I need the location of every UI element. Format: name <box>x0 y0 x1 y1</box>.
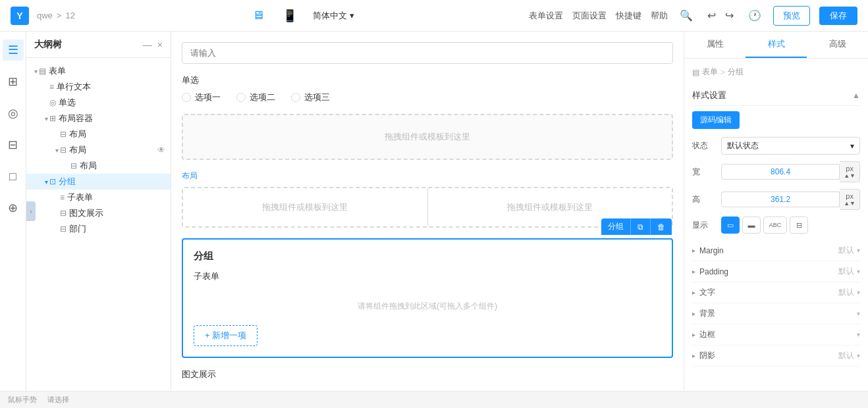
text-input[interactable] <box>182 42 673 64</box>
lang-label: 简体中文 <box>313 10 347 22</box>
breadcrumb-group[interactable]: 分组 <box>728 66 744 78</box>
text-label: 文字 <box>699 287 838 298</box>
tab-advanced[interactable]: 高级 <box>807 32 868 58</box>
tree-expand-bujurong[interactable]: ▾ <box>45 115 48 122</box>
sidebar-global-btn[interactable]: ⊕ <box>3 197 24 218</box>
device-desktop-btn[interactable]: 🖥 <box>250 6 267 25</box>
display-opt-inline[interactable]: ▬ <box>742 217 761 234</box>
padding-row[interactable]: ▸ Padding 默认 ▾ <box>692 261 860 282</box>
breadcrumb-qwe[interactable]: qwe <box>37 11 53 20</box>
add-row-btn[interactable]: + 新增一项 <box>194 325 258 346</box>
group-toolbar: 分组 ⧉ 🗑 <box>601 218 672 235</box>
right-panel: 属性 样式 高级 ▤ 表单 > 分组 样式设置 ▲ 源码编辑 状态 <box>684 32 868 391</box>
group-tb-delete-btn[interactable]: 🗑 <box>651 218 672 235</box>
help-link[interactable]: 帮助 <box>651 10 668 22</box>
style-section-toggle[interactable]: ▲ <box>852 91 860 100</box>
text-dropdown-icon[interactable]: ▾ <box>857 289 860 296</box>
tree-item-fenzhu[interactable]: ▾ ⊡ 分组 <box>26 174 171 190</box>
radio-icon: ◎ <box>49 98 56 107</box>
canvas-area[interactable]: 单选 选项一 选项二 选项三 <box>171 32 684 391</box>
form-settings-link[interactable]: 表单设置 <box>529 10 563 22</box>
display-opt-flex[interactable]: ⊟ <box>790 217 808 234</box>
breadcrumb-12[interactable]: 12 <box>65 11 74 20</box>
group-tb-copy-btn[interactable]: ⧉ <box>631 218 651 235</box>
outline-minimize-btn[interactable]: — <box>143 39 152 50</box>
shadow-dropdown-icon[interactable]: ▾ <box>857 352 860 359</box>
tree-item-bujurong[interactable]: ▾ ⊞ 布局容器 <box>26 111 171 126</box>
padding-dropdown-icon[interactable]: ▾ <box>857 268 860 275</box>
radio-circle-2 <box>236 93 246 102</box>
tree-item-tuwenzhanshi[interactable]: ▸ ⊟ 图文展示 <box>26 205 171 221</box>
page-settings-link[interactable]: 页面设置 <box>572 10 607 22</box>
margin-expand-icon: ▸ <box>692 247 695 254</box>
status-row: 状态 默认状态 ▾ <box>692 137 860 155</box>
tab-style[interactable]: 样式 <box>746 32 807 58</box>
sidebar-page-btn[interactable]: □ <box>3 166 24 187</box>
sidebar-component-btn[interactable]: ◎ <box>3 103 24 124</box>
sidebar-outline-btn[interactable]: ☰ <box>3 39 24 61</box>
tree-label-danxuan: 单选 <box>59 97 76 109</box>
bg-dropdown-icon[interactable]: ▾ <box>857 310 860 317</box>
tree-item-hanghewenben[interactable]: ▸ ≡ 单行文本 <box>26 79 171 95</box>
group-container[interactable]: 分组 ⧉ 🗑 分组 子表单 请将组件拖拽到此区域(可拖入多个组件) + 新增一项 <box>182 238 673 358</box>
eye-icon[interactable]: 👁 <box>157 145 165 155</box>
lang-switcher[interactable]: 简体中文 ▾ <box>313 10 354 22</box>
text-expand-icon: ▸ <box>692 289 695 296</box>
preview-btn[interactable]: 预览 <box>773 6 810 26</box>
width-input[interactable] <box>721 164 840 180</box>
display-opt-block[interactable]: ▭ <box>721 217 740 234</box>
undo-btn[interactable]: ↩ <box>705 7 719 24</box>
tree-item-buju2[interactable]: ▾ ⊟ 布局 👁 <box>26 142 171 158</box>
tab-property[interactable]: 属性 <box>684 32 746 58</box>
radio-option-2[interactable]: 选项二 <box>236 91 275 103</box>
sidebar-data-btn[interactable]: ⊟ <box>3 134 24 155</box>
outline-title: 大纲树 <box>34 39 62 51</box>
source-edit-btn[interactable]: 源码编辑 <box>692 111 740 129</box>
radio-option-3[interactable]: 选项三 <box>291 91 330 103</box>
dept-icon: ⊟ <box>60 224 67 234</box>
height-unit-arrows[interactable]: ▲▼ <box>844 200 855 207</box>
status-select[interactable]: 默认状态 ▾ <box>721 137 860 155</box>
history-btn[interactable]: 🕐 <box>746 7 764 24</box>
group-tb-name-btn[interactable]: 分组 <box>601 218 631 235</box>
tree-label-tuwenzhanshi: 图文展示 <box>69 207 103 219</box>
tree-expand-biaodian[interactable]: ▾ <box>34 68 38 75</box>
save-btn[interactable]: 保存 <box>819 7 857 25</box>
shadow-row[interactable]: ▸ 阴影 默认 ▾ <box>692 345 860 367</box>
group-drop-hint: 请将组件拖拽到此区域(可拖入多个组件) <box>194 288 661 325</box>
height-input[interactable] <box>721 191 840 207</box>
margin-dropdown-icon[interactable]: ▾ <box>857 247 860 254</box>
display-opt-text[interactable]: ABC <box>763 217 787 234</box>
bg-row[interactable]: ▸ 背景 ▾ <box>692 303 860 324</box>
width-unit-arrows[interactable]: ▲▼ <box>844 172 855 179</box>
logo-icon: Y <box>11 7 29 25</box>
drop-zone-big[interactable]: 拖拽组件或模板到这里 <box>182 114 673 160</box>
border-dropdown-icon[interactable]: ▾ <box>857 331 860 338</box>
device-mobile-btn[interactable]: 📱 <box>280 6 300 26</box>
outline-panel: 大纲树 — × ▾ ▤ 表单 ▸ ≡ 单行文本 <box>26 32 171 391</box>
radio-option-1[interactable]: 选项一 <box>182 91 221 103</box>
margin-row[interactable]: ▸ Margin 默认 ▾ <box>692 240 860 261</box>
tree-item-buju3[interactable]: ▸ ⊟ 布局 <box>26 158 171 174</box>
layout-drop-1-hint: 拖拽组件或模板到这里 <box>262 201 348 213</box>
search-btn[interactable]: 🔍 <box>677 7 695 24</box>
breadcrumb-form[interactable]: 表单 <box>702 66 718 78</box>
outline-close-btn[interactable]: × <box>157 39 163 50</box>
sidebar-grid-btn[interactable]: ⊞ <box>3 71 24 92</box>
tree-item-biaodian[interactable]: ▾ ▤ 表单 <box>26 63 171 79</box>
tree-item-danxuan[interactable]: ▸ ◎ 单选 <box>26 95 171 111</box>
tree-expand-fenzhu[interactable]: ▾ <box>45 178 48 186</box>
tree-item-bumen[interactable]: ▸ ⊟ 部门 <box>26 221 171 237</box>
border-row[interactable]: ▸ 边框 ▾ <box>692 324 860 345</box>
layout-drop-2-hint: 拖拽组件或模板到这里 <box>507 201 593 213</box>
right-panel-breadcrumb: ▤ 表单 > 分组 <box>692 66 860 78</box>
tree-item-buju1[interactable]: ▸ ⊟ 布局 <box>26 126 171 142</box>
table-icon: ▤ <box>39 66 46 76</box>
redo-btn[interactable]: ↪ <box>722 7 736 24</box>
text-row[interactable]: ▸ 文字 默认 ▾ <box>692 282 860 303</box>
layout-col-1[interactable]: 拖拽组件或模板到这里 <box>183 188 428 226</box>
tree-expand-buju2[interactable]: ▾ <box>55 147 59 154</box>
tree-item-zibiaodian[interactable]: ▸ ≡ 子表单 <box>26 190 171 205</box>
group-sub-label: 子表单 <box>194 270 661 282</box>
shortcuts-link[interactable]: 快捷键 <box>616 10 641 22</box>
